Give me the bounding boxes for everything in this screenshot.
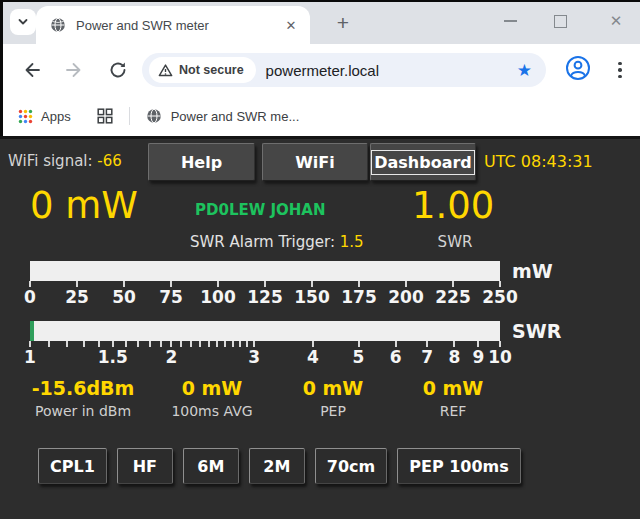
wifi-button[interactable]: WiFi <box>262 143 368 181</box>
swr-meter-unit: SWR <box>512 320 561 342</box>
window-close-button[interactable]: ✕ <box>594 0 638 42</box>
dashboard-button[interactable]: Dashboard <box>370 143 476 181</box>
callsign: PD0LEW JOHAN <box>195 201 326 219</box>
security-chip[interactable]: Not secure <box>149 57 256 83</box>
apps-grid-icon <box>18 109 33 124</box>
meter-scale-label: 4 <box>307 347 319 367</box>
meter-scale-label: 1 <box>24 347 36 367</box>
meter-scale-label: 3 <box>248 347 260 367</box>
url-text: powermeter.local <box>266 62 517 79</box>
meter-scale-label: 150 <box>294 287 330 307</box>
6m-button[interactable]: 6M <box>183 448 239 484</box>
tab-title: Power and SWR meter <box>76 18 282 33</box>
bookmarks-divider <box>129 107 130 125</box>
meter-tick-icon <box>208 341 210 347</box>
meter-scale-label: 2 <box>166 347 178 367</box>
bookmarks-bar: Apps Power and SWR me... <box>0 96 640 136</box>
meter-tick-icon <box>66 341 68 347</box>
swr-value: 1.00 <box>412 185 494 227</box>
meter-scale-label: 7 <box>421 347 433 367</box>
dashboard-button-label: Dashboard <box>374 153 472 172</box>
swr-meter-bar <box>30 321 500 341</box>
new-tab-button[interactable]: + <box>330 10 356 36</box>
meter-scale-label: 125 <box>247 287 283 307</box>
forward-button[interactable] <box>60 56 88 84</box>
meter-scale-label: 6 <box>390 347 402 367</box>
screenshot-top-edge <box>0 0 640 2</box>
cpl1-button[interactable]: CPL1 <box>38 448 107 484</box>
meter-tick-icon <box>232 341 234 347</box>
meter-scale-label: 9 <box>473 347 485 367</box>
70cm-button[interactable]: 70cm <box>315 448 387 484</box>
meter-tick-icon <box>48 341 50 347</box>
address-bar[interactable]: Not secure powermeter.local ★ <box>142 53 546 87</box>
back-button[interactable] <box>18 56 46 84</box>
tab-search-button[interactable] <box>10 9 36 35</box>
squares-grid-icon <box>97 108 113 124</box>
meter-scale-label: 175 <box>341 287 377 307</box>
dot-icon <box>618 75 622 79</box>
meter-scale-label: 10 <box>488 347 512 367</box>
meter-tick-icon <box>190 341 192 347</box>
reload-icon <box>108 60 128 80</box>
wifi-signal-value: -66 <box>97 152 122 170</box>
profile-button[interactable] <box>564 54 592 82</box>
power-meter: 0255075100125150175200225250 <box>30 261 500 311</box>
meter-scale-label: 200 <box>388 287 424 307</box>
window-maximize-button[interactable] <box>538 0 582 42</box>
swr-value-caption: SWR <box>425 233 485 251</box>
meter-tick-icon <box>199 341 201 347</box>
maximize-icon <box>554 15 567 28</box>
globe-favicon-icon <box>146 108 162 124</box>
screenshot-left-edge <box>0 0 3 136</box>
meter-scale-label: 250 <box>482 287 518 307</box>
meter-scale-label: 5 <box>353 347 365 367</box>
meter-scale-label: 0 <box>24 287 36 307</box>
wifi-signal: WiFi signal: -66 <box>8 152 122 170</box>
power-meter-unit: mW <box>512 260 553 282</box>
forward-arrow-icon <box>64 60 84 80</box>
page-content: WiFi signal: -66 Help WiFi Dashboard UTC… <box>0 136 640 519</box>
band-button-row: CPL1 HF 6M 2M 70cm PEP 100ms <box>38 448 521 484</box>
apps-shortcut[interactable]: Apps <box>18 109 71 124</box>
chevron-down-icon <box>16 15 30 29</box>
wifi-signal-label: WiFi signal: <box>8 152 93 170</box>
tab-bar: Power and SWR meter ✕ + ✕ <box>0 0 640 44</box>
stat-value: -15.6dBm <box>8 377 158 399</box>
browser-toolbar: Not secure powermeter.local ★ <box>0 44 640 96</box>
active-tab[interactable]: Power and SWR meter ✕ <box>36 6 310 44</box>
stat-label: REF <box>378 403 528 419</box>
reading-list-button[interactable] <box>97 108 113 124</box>
meter-scale-label: 50 <box>112 287 136 307</box>
help-button-label: Help <box>181 153 222 172</box>
stat-value: 0 mW <box>378 377 528 399</box>
tab-close-icon[interactable]: ✕ <box>282 16 300 34</box>
swr-alarm-value: 1.5 <box>340 233 364 251</box>
bookmark-item[interactable]: Power and SWR me... <box>146 108 300 124</box>
pep-100ms-button[interactable]: PEP 100ms <box>397 448 521 484</box>
meter-tick-icon <box>239 341 241 347</box>
profile-icon <box>565 55 591 81</box>
swr-alarm-label: SWR Alarm Trigger: <box>190 233 335 251</box>
warning-icon <box>158 63 173 78</box>
reload-button[interactable] <box>104 56 132 84</box>
meter-scale-label: 100 <box>200 287 236 307</box>
swr-alarm-trigger: SWR Alarm Trigger: 1.5 <box>190 233 364 251</box>
meter-tick-icon <box>216 341 218 347</box>
swr-meter: 11.52345678910 <box>30 321 500 371</box>
window-minimize-button[interactable] <box>488 0 532 42</box>
meter-tick-icon <box>83 341 85 347</box>
meter-scale-label: 225 <box>435 287 471 307</box>
meter-scale-label: 25 <box>65 287 89 307</box>
security-chip-label: Not secure <box>179 63 244 77</box>
back-arrow-icon <box>22 60 42 80</box>
bookmark-star-icon[interactable]: ★ <box>517 60 532 81</box>
browser-menu-button[interactable] <box>610 56 630 84</box>
help-button[interactable]: Help <box>148 143 255 181</box>
minimize-icon <box>504 20 517 22</box>
hf-button[interactable]: HF <box>117 448 173 484</box>
globe-favicon-icon <box>50 17 66 33</box>
dot-icon <box>618 62 622 66</box>
2m-button[interactable]: 2M <box>249 448 305 484</box>
power-meter-bar <box>30 261 500 281</box>
